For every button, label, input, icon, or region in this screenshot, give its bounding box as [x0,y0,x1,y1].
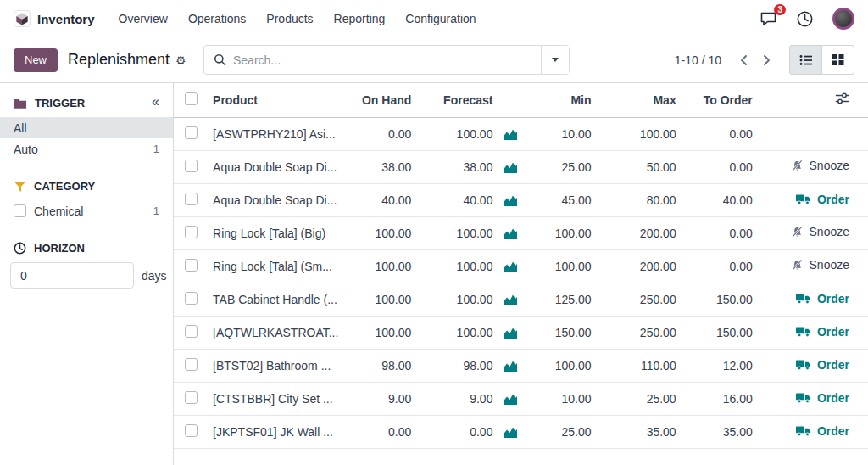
on-hand-value: 9.00 [357,382,415,415]
table-row[interactable]: [JKPTSF01] JK Wall ... 0.00 0.00 25.00 3… [174,415,868,448]
min-value: 25.00 [525,150,594,183]
min-value: 100.00 [525,216,594,249]
product-name: [ASWTPRHY210] Asi... [213,127,336,141]
row-checkbox[interactable] [185,391,198,404]
horizon-days-input[interactable] [10,262,134,289]
activities-clock-icon[interactable] [796,10,814,28]
row-action-button[interactable]: Order [796,391,849,405]
forecast-chart-icon[interactable] [503,360,518,373]
row-action-button[interactable]: Snooze [791,258,849,272]
row-checkbox[interactable] [185,358,198,371]
forecast-chart-icon[interactable] [503,393,518,406]
row-checkbox[interactable] [185,424,198,437]
row-action-button[interactable]: Order [796,358,849,372]
filter-count: 1 [153,204,159,217]
menu-products[interactable]: Products [266,0,313,37]
trigger-section: TRIGGER All Auto 1 [0,97,173,160]
view-switcher [789,45,854,75]
collapse-sidebar-icon[interactable]: « [152,95,159,109]
table-row[interactable]: Ring Lock [Tala] (Big) 100.00 100.00 100… [174,216,868,249]
table-row[interactable]: TAB Cabinet Handle (... 100.00 100.00 12… [174,283,868,316]
forecast-chart-icon[interactable] [503,261,518,273]
pager-prev-button[interactable] [733,48,755,73]
on-hand-value: 98.00 [357,349,415,382]
row-action-button[interactable]: Order [796,325,849,339]
row-checkbox[interactable] [185,193,198,205]
kanban-view-button[interactable] [821,45,854,75]
forecast-chart-icon[interactable] [503,426,518,439]
category-checkbox[interactable] [14,204,26,217]
pager-next-button[interactable] [755,48,777,73]
min-value: 45.00 [525,183,594,216]
row-action-label: Order [817,391,849,405]
row-checkbox[interactable] [185,226,198,238]
table-row[interactable]: Ring Lock [Tala] (Sm... 100.00 100.00 10… [174,249,868,283]
table-row[interactable]: [CTSTBBR] City Set ... 9.00 9.00 10.00 2… [174,382,868,415]
app-switcher[interactable]: Inventory [14,10,95,27]
optional-columns-icon[interactable] [835,92,849,105]
app-window: Inventory OverviewOperationsProductsRepo… [0,0,868,465]
forecast-chart-icon[interactable] [503,161,518,174]
category-section-title: CATEGORY [34,180,95,193]
column-header-min[interactable]: Min [525,83,594,117]
column-header-to-order[interactable]: To Order [680,83,756,117]
menu-reporting[interactable]: Reporting [334,0,386,37]
search-dropdown-toggle[interactable] [541,46,569,74]
max-value: 50.00 [595,150,680,183]
new-button[interactable]: New [14,48,58,72]
app-name[interactable]: Inventory [37,12,95,26]
forecast-chart-icon[interactable] [503,327,518,339]
row-checkbox[interactable] [185,259,198,272]
table-row[interactable]: Aqua Double Soap Di... 38.00 38.00 25.00… [174,150,868,183]
column-header-forecast[interactable]: Forecast [415,83,496,117]
user-avatar[interactable] [832,8,854,30]
row-checkbox[interactable] [185,325,198,338]
action-gear-icon[interactable]: ⚙ [175,54,186,66]
messages-icon[interactable]: 3 [760,10,777,27]
kanban-view-icon [831,53,845,67]
inventory-app-logo-icon [14,10,31,27]
max-value: 25.00 [595,382,680,415]
table-row[interactable]: [AQTWLRKASTROAT... 100.00 100.00 150.00 … [174,316,868,349]
forecast-value: 100.00 [415,316,496,349]
row-action-button[interactable]: Snooze [791,159,849,172]
forecast-chart-icon[interactable] [503,128,518,141]
trigger-section-title: TRIGGER [35,97,85,109]
filter-trigger-all[interactable]: All [0,117,173,138]
product-name: Aqua Double Soap Di... [213,160,337,174]
row-action-button[interactable]: Order [796,292,849,305]
row-checkbox[interactable] [185,126,198,139]
forecast-value: 100.00 [415,283,496,316]
list-view-button[interactable] [789,45,822,75]
forecast-value: 0.00 [415,415,496,448]
menu-overview[interactable]: Overview [119,0,168,37]
filter-category-chemical[interactable]: Chemical 1 [0,200,173,221]
row-checkbox[interactable] [185,160,198,172]
forecast-chart-icon[interactable] [503,194,518,207]
row-action-button[interactable]: Order [796,193,849,206]
max-value: 100.00 [595,117,680,150]
row-action-button[interactable]: Snooze [791,225,849,238]
table-row[interactable]: [ASWTPRHY210] Asi... 0.00 100.00 10.00 1… [174,117,868,150]
list-view: Product On Hand Forecast Min Max To Orde… [174,83,868,465]
filter-count: 1 [153,143,159,155]
row-action-label: Snooze [810,225,849,238]
min-value: 100.00 [525,349,594,382]
forecast-chart-icon[interactable] [503,227,518,240]
filter-trigger-auto[interactable]: Auto 1 [0,138,173,160]
column-header-max[interactable]: Max [595,83,680,117]
table-row[interactable]: Aqua Double Soap Di... 40.00 40.00 45.00… [174,183,868,216]
column-header-on-hand[interactable]: On Hand [357,83,415,117]
menu-configuration[interactable]: Configuration [405,0,476,37]
column-header-product[interactable]: Product [208,83,357,117]
search-input[interactable] [233,53,541,67]
menu-operations[interactable]: Operations [188,0,246,37]
forecast-chart-icon[interactable] [503,294,518,306]
row-checkbox[interactable] [185,292,198,305]
category-section: CATEGORY Chemical 1 [0,180,173,221]
select-all-checkbox[interactable] [185,92,198,105]
min-value: 10.00 [525,382,594,415]
table-row[interactable]: [BTST02] Bathroom ... 98.00 98.00 100.00… [174,349,868,382]
row-action-button[interactable]: Order [796,424,849,438]
main-menu: OverviewOperationsProductsReportingConfi… [119,0,476,37]
